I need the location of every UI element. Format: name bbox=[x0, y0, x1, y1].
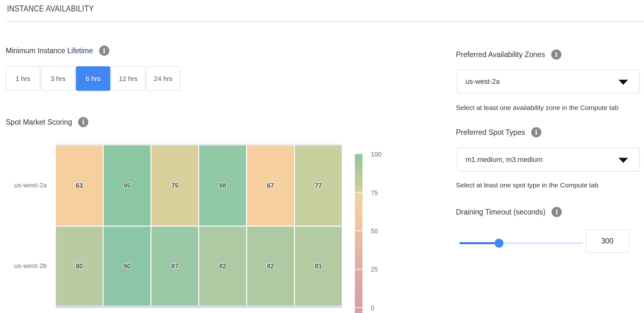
draining-timeout-label: Draining Timeout (seconds) bbox=[456, 208, 545, 216]
instance-availability-panel: INSTANCE AVAILABILITY Minimum Instance L… bbox=[0, 0, 644, 313]
header-divider bbox=[6, 21, 644, 22]
draining-timeout-label-row: Draining Timeout (seconds) i bbox=[456, 207, 562, 217]
heatmap-cell-value: 82 bbox=[267, 263, 274, 270]
availability-zones-dropdown[interactable]: us-west-2a bbox=[457, 69, 640, 93]
heatmap-bottom-axis bbox=[56, 306, 342, 308]
heatmap-cell: 90 bbox=[104, 227, 150, 306]
heatmap-row-label-us-west-2a: us-west-2a bbox=[6, 181, 47, 189]
heatmap-cell-value: 87 bbox=[171, 263, 178, 270]
colorbar-segment bbox=[355, 193, 362, 230]
minimum-instance-lifetime-label-row: Minimum Instance Lifetime i bbox=[6, 46, 109, 56]
heatmap-cell: 63 bbox=[56, 145, 103, 226]
preferred-spot-types-label: Preferred Spot Types bbox=[456, 128, 525, 137]
minimum-instance-lifetime-label: Minimum Instance Lifetime bbox=[6, 47, 93, 55]
colorbar-tick-75: 75 bbox=[371, 189, 378, 197]
heatmap-cell: 95 bbox=[104, 145, 150, 226]
heatmap-cell: 81 bbox=[295, 227, 342, 306]
preferred-spot-types-label-row: Preferred Spot Types i bbox=[456, 127, 541, 137]
info-icon[interactable]: i bbox=[78, 117, 88, 127]
chevron-down-icon bbox=[618, 158, 628, 163]
heatmap-cell-value: 95 bbox=[123, 182, 130, 189]
colorbar-segment bbox=[355, 154, 362, 192]
heatmap-cell-value: 88 bbox=[219, 182, 226, 189]
spot-types-dropdown[interactable]: m1.medium, m3.medium bbox=[457, 148, 640, 171]
heatmap-cell: 82 bbox=[199, 227, 246, 306]
heatmap-cell-value: 67 bbox=[267, 182, 274, 189]
heatmap-row-label-us-west-2b: us-west-2b bbox=[6, 262, 47, 270]
heatmap-cell-value: 90 bbox=[123, 263, 130, 270]
preferred-availability-zones-label-row: Preferred Availability Zones i bbox=[456, 49, 561, 60]
heatmap-cell: 67 bbox=[247, 145, 294, 226]
info-icon[interactable]: i bbox=[99, 46, 109, 56]
heatmap-cell: 80 bbox=[56, 227, 103, 306]
spot-types-helper-text: Select at least one spot type in the Com… bbox=[456, 181, 598, 189]
heatmap-cell-value: 80 bbox=[76, 263, 83, 270]
heatmap-cell: 88 bbox=[199, 145, 246, 226]
colorbar-segment bbox=[355, 270, 362, 307]
heatmap-row-us-west-2b: 80 90 87 82 82 81 bbox=[56, 227, 342, 306]
lifetime-option-1hrs[interactable]: 1 hrs bbox=[6, 66, 40, 91]
heatmap-colorbar bbox=[355, 154, 362, 313]
heatmap-cell: 75 bbox=[151, 145, 198, 226]
availability-zones-dropdown-value: us-west-2a bbox=[465, 70, 500, 93]
colorbar-tick-100: 100 bbox=[371, 150, 381, 158]
draining-timeout-slider[interactable] bbox=[459, 242, 583, 244]
heatmap-top-axis bbox=[56, 144, 342, 145]
info-icon[interactable]: i bbox=[552, 207, 562, 217]
heatmap-cell-value: 81 bbox=[315, 263, 322, 270]
preferred-availability-zones-label: Preferred Availability Zones bbox=[456, 50, 545, 59]
chevron-down-icon bbox=[618, 80, 628, 85]
heatmap-cell-value: 82 bbox=[219, 263, 226, 270]
availability-zones-helper-text: Select at least one availability zone in… bbox=[456, 104, 618, 112]
lifetime-option-6hrs[interactable]: 6 hrs bbox=[76, 66, 110, 91]
slider-thumb[interactable] bbox=[494, 239, 503, 248]
colorbar-tick-25: 25 bbox=[371, 266, 378, 273]
draining-timeout-input[interactable] bbox=[586, 229, 629, 253]
heatmap-cell-value: 75 bbox=[171, 182, 178, 189]
colorbar-tick-50: 50 bbox=[371, 227, 378, 235]
lifetime-option-3hrs[interactable]: 3 hrs bbox=[41, 66, 75, 91]
colorbar-tick-0: 0 bbox=[371, 304, 374, 312]
info-icon[interactable]: i bbox=[551, 49, 561, 60]
heatmap-cell-value: 63 bbox=[76, 182, 83, 189]
page-title: INSTANCE AVAILABILITY bbox=[7, 4, 94, 14]
heatmap-cell-value: 77 bbox=[315, 182, 322, 189]
lifetime-option-24hrs[interactable]: 24 hrs bbox=[146, 66, 180, 91]
heatmap-cell: 82 bbox=[247, 227, 294, 306]
heatmap-row-us-west-2a: 63 95 75 88 67 77 bbox=[56, 145, 342, 226]
slider-fill bbox=[459, 242, 499, 244]
heatmap-cell: 87 bbox=[151, 227, 198, 306]
lifetime-option-12hrs[interactable]: 12 hrs bbox=[111, 66, 145, 91]
spot-market-scoring-label: Spot Market Scoring bbox=[6, 118, 72, 127]
colorbar-segment bbox=[355, 231, 362, 269]
spot-types-dropdown-value: m1.medium, m3.medium bbox=[465, 148, 543, 171]
heatmap-cell: 77 bbox=[295, 145, 342, 226]
spot-market-scoring-heatmap: 63 95 75 88 67 77 80 90 87 82 82 81 bbox=[56, 144, 342, 308]
spot-market-scoring-label-row: Spot Market Scoring i bbox=[6, 117, 88, 127]
colorbar-segment bbox=[355, 308, 362, 313]
lifetime-button-group: 1 hrs 3 hrs 6 hrs 12 hrs 24 hrs bbox=[6, 66, 180, 91]
info-icon[interactable]: i bbox=[531, 127, 541, 137]
